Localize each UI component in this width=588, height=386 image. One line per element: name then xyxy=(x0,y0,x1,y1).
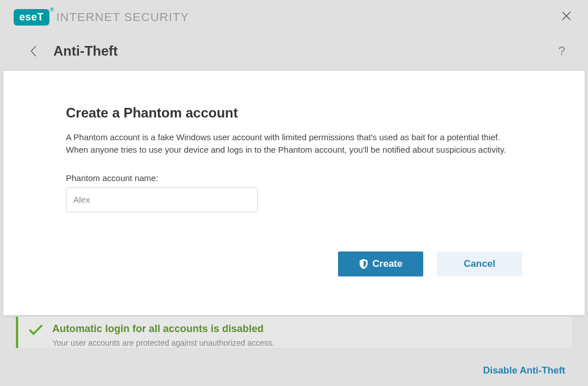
footer: Disable Anti-Theft xyxy=(0,355,588,386)
modal-buttons: Create Cancel xyxy=(338,251,522,276)
page-title: Anti-Theft xyxy=(53,43,118,59)
create-button[interactable]: Create xyxy=(338,251,423,276)
status-bar: Automatic login for all accounts is disa… xyxy=(16,317,572,348)
account-name-input[interactable] xyxy=(66,187,258,212)
eset-logo: eseT ® xyxy=(14,9,49,26)
status-text: Automatic login for all accounts is disa… xyxy=(52,323,274,347)
product-name: INTERNET SECURITY xyxy=(56,10,189,24)
page-header: Anti-Theft ? xyxy=(0,34,588,68)
modal-title: Create a Phantom account xyxy=(66,105,522,121)
modal-description: A Phantom account is a fake Windows user… xyxy=(66,131,522,156)
logo-text: eseT xyxy=(19,11,44,23)
shield-icon xyxy=(359,259,368,269)
close-icon xyxy=(562,11,571,20)
titlebar: eseT ® INTERNET SECURITY xyxy=(0,0,588,34)
create-button-label: Create xyxy=(373,258,403,270)
chevron-left-icon xyxy=(30,45,37,57)
registered-mark: ® xyxy=(50,7,54,12)
status-subtitle: Your user accounts are protected against… xyxy=(52,338,274,347)
account-name-label: Phantom account name: xyxy=(66,173,522,183)
disable-anti-theft-link[interactable]: Disable Anti-Theft xyxy=(483,365,565,376)
back-button[interactable] xyxy=(25,43,42,60)
status-title: Automatic login for all accounts is disa… xyxy=(52,323,274,335)
help-button[interactable]: ? xyxy=(558,44,565,58)
cancel-button[interactable]: Cancel xyxy=(437,251,522,276)
help-icon: ? xyxy=(558,44,565,58)
create-phantom-modal: Create a Phantom account A Phantom accou… xyxy=(3,71,585,315)
check-icon xyxy=(28,324,43,335)
cancel-button-label: Cancel xyxy=(464,258,495,270)
brand-logo-area: eseT ® INTERNET SECURITY xyxy=(14,9,189,26)
close-button[interactable] xyxy=(558,8,574,24)
